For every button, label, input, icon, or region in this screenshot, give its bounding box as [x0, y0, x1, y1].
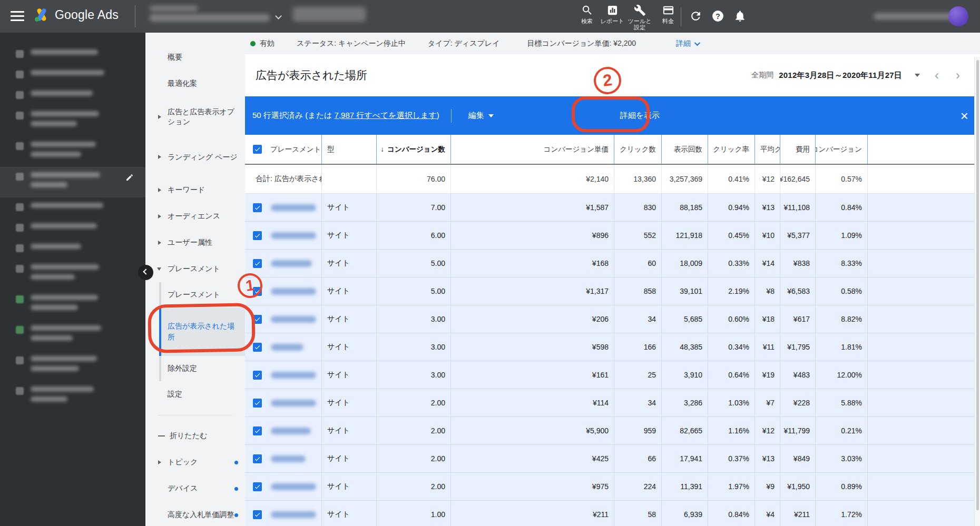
scrollbar-thumb[interactable]: [976, 60, 979, 510]
sidebar-item-6[interactable]: ユーザー属性: [145, 230, 245, 256]
sidebar-item-14[interactable]: トピック: [145, 449, 245, 475]
row-checkbox[interactable]: [253, 203, 262, 212]
campaign-item-blurred[interactable]: [0, 167, 145, 197]
placement-link-blurred[interactable]: [271, 511, 316, 518]
check-icon: [254, 232, 261, 239]
column-header-1[interactable]: 型: [321, 135, 376, 164]
help-icon[interactable]: ?: [710, 9, 725, 24]
google-ads-logo[interactable]: Google Ads: [34, 7, 119, 23]
column-header-0[interactable]: プレースメント: [245, 135, 321, 164]
sidebar-item-8[interactable]: プレースメント: [159, 282, 245, 307]
sidebar-item-16[interactable]: 高度な入札単価調整: [145, 502, 245, 526]
campaign-item-blurred[interactable]: [0, 290, 145, 320]
column-header-8[interactable]: 費用: [780, 135, 815, 164]
avatar[interactable]: [948, 6, 968, 26]
topbar-divider: [135, 5, 135, 27]
date-range-picker[interactable]: 全期間 2012年3月28日～2020年11月27日: [751, 71, 920, 81]
row-checkbox[interactable]: [253, 315, 262, 324]
adgroup-selector-blurred[interactable]: [293, 7, 366, 22]
placement-link-blurred[interactable]: [271, 288, 316, 295]
campaign-item-blurred[interactable]: [0, 218, 145, 239]
campaign-item-blurred[interactable]: [0, 351, 145, 381]
column-header-5[interactable]: 表示回数: [661, 135, 708, 164]
row-checkbox[interactable]: [253, 231, 262, 240]
sidebar-item-selected[interactable]: 広告が表示された場所: [159, 307, 245, 356]
campaign-item-blurred[interactable]: [0, 65, 145, 85]
edit-pencil-icon[interactable]: [125, 173, 134, 184]
campaign-selector-blurred[interactable]: [150, 14, 270, 22]
row-checkbox[interactable]: [253, 399, 262, 408]
collapse-panel-button[interactable]: [138, 265, 153, 280]
row-checkbox[interactable]: [253, 454, 262, 463]
metric-cell-6: ¥228: [780, 389, 815, 416]
chevron-down-icon: [275, 13, 282, 19]
campaign-item-blurred[interactable]: [0, 320, 145, 351]
row-checkbox[interactable]: [253, 371, 262, 380]
details-expander[interactable]: 詳細: [676, 39, 699, 48]
date-prev-button[interactable]: ‹: [932, 69, 942, 82]
column-header-7[interactable]: 平均ク: [754, 135, 780, 164]
refresh-icon[interactable]: [688, 9, 703, 24]
select-all-link[interactable]: 7,987 行すべてを選択します: [335, 111, 437, 120]
blurred-text: [31, 356, 97, 361]
show-details-button[interactable]: 詳細を表示: [615, 106, 665, 125]
metric-cell-5: ¥10: [754, 222, 780, 249]
select-all-checkbox[interactable]: [253, 145, 262, 154]
row-checkbox[interactable]: [253, 510, 262, 519]
sidebar-item-3[interactable]: ランディング ページ: [145, 137, 245, 177]
sidebar-item-11[interactable]: 設定: [145, 381, 245, 408]
sidebar-item-5[interactable]: オーディエンス: [145, 203, 245, 230]
metric-cell-4: 0.34%: [708, 333, 754, 361]
date-next-button[interactable]: ›: [953, 69, 963, 82]
notifications-bell-icon[interactable]: [732, 9, 747, 24]
placement-link-blurred[interactable]: [271, 428, 311, 434]
column-header-9[interactable]: コンバージョン: [815, 135, 867, 164]
main-menu-icon[interactable]: [11, 11, 25, 22]
sidebar-item-4[interactable]: キーワード: [145, 177, 245, 203]
billing-nav-button[interactable]: 料金: [653, 4, 683, 24]
close-icon[interactable]: ×: [961, 109, 968, 123]
column-header-4[interactable]: クリック数: [614, 135, 661, 164]
row-checkbox[interactable]: [253, 343, 262, 352]
sidebar-item-1[interactable]: 最適化案: [145, 71, 245, 97]
reports-nav-button[interactable]: レポート: [597, 4, 627, 24]
placement-type-cell: サイト: [321, 501, 376, 526]
account-email-blurred: [874, 13, 954, 19]
placement-link-blurred[interactable]: [271, 316, 316, 323]
campaign-item-blurred[interactable]: [0, 106, 145, 136]
campaign-item-blurred[interactable]: [0, 259, 145, 290]
edit-menu-button[interactable]: 編集: [463, 106, 499, 125]
row-checkbox[interactable]: [253, 287, 262, 296]
placement-link-blurred[interactable]: [271, 483, 316, 490]
column-header-6[interactable]: クリック率: [708, 135, 754, 164]
sidebar-item-13[interactable]: 折りたたむ: [145, 423, 245, 449]
sidebar-item-0[interactable]: 概要: [145, 44, 245, 71]
row-checkbox[interactable]: [253, 426, 262, 435]
placement-link-blurred[interactable]: [271, 455, 306, 462]
total-value-2: 13,360: [614, 165, 661, 193]
placement-link-blurred[interactable]: [271, 372, 316, 379]
row-checkbox[interactable]: [253, 259, 262, 268]
campaign-item-blurred[interactable]: [0, 197, 145, 218]
sidebar-item-label: ユーザー属性: [168, 238, 212, 247]
row-checkbox[interactable]: [253, 482, 262, 491]
sidebar-item-10[interactable]: 除外設定: [159, 356, 245, 381]
campaign-item-blurred[interactable]: [0, 136, 145, 167]
sidebar-item-2[interactable]: 広告と広告表示オプション: [145, 97, 245, 137]
tools-settings-button[interactable]: ツールと 設定: [625, 4, 654, 31]
metric-cell-7: 0.89%: [815, 473, 867, 500]
column-header-3[interactable]: コンバージョン単価: [450, 135, 614, 164]
placement-link-blurred[interactable]: [271, 204, 316, 211]
sidebar-item-15[interactable]: デバイス: [145, 475, 245, 502]
placement-link-blurred[interactable]: [271, 344, 303, 351]
placement-link-blurred[interactable]: [271, 232, 316, 239]
placement-link-blurred[interactable]: [271, 260, 312, 267]
sidebar-item-label: 概要: [168, 53, 182, 62]
placement-link-blurred[interactable]: [271, 400, 316, 406]
campaign-item-blurred[interactable]: [0, 239, 145, 259]
campaign-item-blurred[interactable]: [0, 85, 145, 106]
campaign-item-blurred[interactable]: [0, 44, 145, 65]
campaign-item-blurred[interactable]: [0, 381, 145, 412]
column-header-2[interactable]: ↓コンバージョン数: [376, 135, 450, 164]
sidebar-item-7[interactable]: プレースメント: [145, 256, 245, 282]
